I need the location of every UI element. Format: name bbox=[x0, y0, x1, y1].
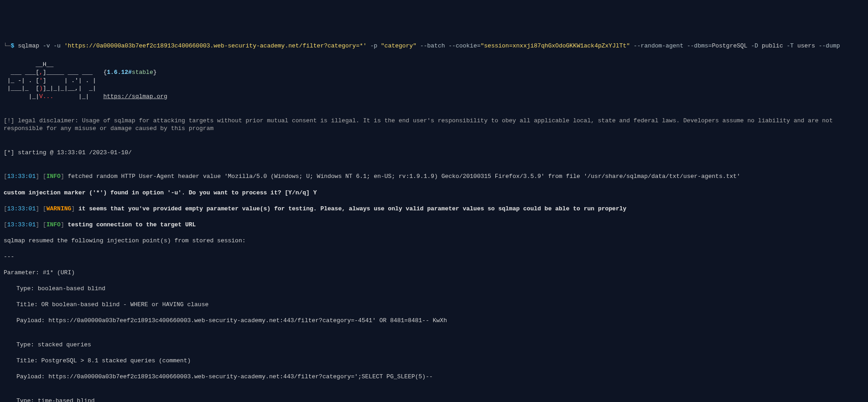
logo-l3c: ] | .'| . | bbox=[43, 77, 96, 84]
flag-p: -p bbox=[370, 42, 378, 49]
cmd-sqlmap: sqlmap bbox=[18, 42, 39, 49]
sqlmap-link[interactable]: https://sqlmap.org bbox=[103, 93, 167, 100]
type-1: Type: boolean-based blind bbox=[4, 285, 864, 293]
starting-line: [*] starting @ 13:33:01 /2023-01-10/ bbox=[4, 149, 864, 157]
version-text: 1.6.12# bbox=[107, 69, 132, 76]
log-line-testconn: [13:33:01] [INFO] testing connection to … bbox=[4, 221, 864, 229]
dbms-val: PostgreSQL bbox=[712, 42, 748, 49]
logo-l4c: ]_|_|_|__,| _| bbox=[43, 85, 96, 92]
flag-v: -v bbox=[43, 42, 50, 49]
logo-l5c: |_| bbox=[53, 93, 103, 100]
ts: 13:33:01 bbox=[7, 205, 36, 212]
flag-batch: --batch bbox=[420, 42, 445, 49]
logo-l4b: ) bbox=[39, 85, 43, 92]
logo-l4a: |___|_ [ bbox=[4, 85, 39, 92]
info-tag: INFO bbox=[47, 221, 61, 228]
msg-warn-empty: it seems that you've provided empty para… bbox=[75, 205, 626, 212]
logo-l3b: ' bbox=[39, 77, 43, 84]
log-line-ua: [13:33:01] [INFO] fetched random HTTP Us… bbox=[4, 172, 864, 181]
resumed-line: sqlmap resumed the following injection p… bbox=[4, 237, 864, 245]
log-line-warn: [13:33:01] [WARNING] it seems that you'v… bbox=[4, 205, 864, 213]
sqlmap-logo: __H__ ___ ___[,]_____ ___ ___ {1.6.12#st… bbox=[4, 61, 864, 101]
ts: 13:33:01 bbox=[7, 221, 36, 228]
warning-tag: WARNING bbox=[47, 205, 72, 212]
title-1: Title: OR boolean-based blind - WHERE or… bbox=[4, 301, 864, 309]
logo-l5a: |_| bbox=[4, 93, 39, 100]
logo-l3a: |_ -| . [ bbox=[4, 77, 39, 84]
title-2: Title: PostgreSQL > 8.1 stacked queries … bbox=[4, 357, 864, 365]
ts: 13:33:01 bbox=[7, 173, 36, 180]
T-val: users bbox=[797, 42, 815, 49]
custom-marker-prompt: custom injection marker ('*') found in o… bbox=[4, 189, 864, 197]
terminal-output: └─$ sqlmap -v -u 'https://0a00000a03b7ee… bbox=[4, 34, 864, 402]
info-tag: INFO bbox=[47, 173, 61, 180]
param-line: Parameter: #1* (URI) bbox=[4, 269, 864, 277]
msg-testing-conn: testing connection to the target URL bbox=[64, 221, 196, 228]
flag-T: -T bbox=[787, 42, 794, 49]
logo-l2b: , bbox=[39, 69, 43, 76]
logo-l2c: ]_____ ___ ___ bbox=[43, 69, 104, 76]
flag-D: -D bbox=[751, 42, 758, 49]
type-3: Type: time-based blind bbox=[4, 397, 864, 402]
cookie-val: "session=xnxxji87qhGxOdoGKKW1ack4pZxYJlT… bbox=[481, 42, 630, 49]
flag-cookie: --cookie= bbox=[448, 42, 480, 49]
payload-2: Payload: https://0a00000a03b7eef2c18913c… bbox=[4, 373, 864, 381]
dashes-open: --- bbox=[4, 253, 864, 261]
logo-l5b: V... bbox=[39, 93, 53, 100]
flag-dump: --dump bbox=[819, 42, 840, 49]
payload-1: Payload: https://0a00000a03b7eef2c18913c… bbox=[4, 317, 864, 325]
legal-disclaimer: [!] legal disclaimer: Usage of sqlmap fo… bbox=[4, 117, 864, 133]
stable-text: stable bbox=[132, 69, 153, 76]
logo-line-1: __H__ bbox=[4, 61, 53, 68]
flag-u: -u bbox=[53, 42, 61, 49]
command-prompt: └─$ sqlmap -v -u 'https://0a00000a03b7ee… bbox=[4, 42, 864, 50]
url-arg: 'https://0a00000a03b7eef2c18913c40066000… bbox=[64, 42, 367, 49]
logo-l2a: ___ ___[ bbox=[4, 69, 39, 76]
type-2: Type: stacked queries bbox=[4, 341, 864, 349]
D-val: public bbox=[762, 42, 783, 49]
brace-close: } bbox=[153, 69, 157, 76]
prompt-arrow: └─ bbox=[4, 42, 11, 49]
prompt-dollar: $ bbox=[11, 42, 15, 49]
msg-fetched-ua: fetched random HTTP User-Agent header va… bbox=[64, 173, 740, 180]
flag-dbms: --dbms= bbox=[687, 42, 712, 49]
param-arg: "category" bbox=[381, 42, 416, 49]
flag-random-agent: --random-agent bbox=[634, 42, 683, 49]
